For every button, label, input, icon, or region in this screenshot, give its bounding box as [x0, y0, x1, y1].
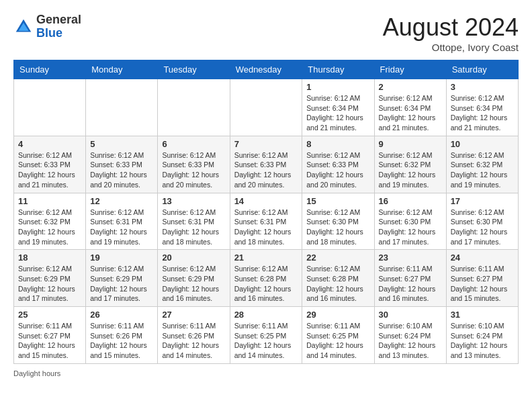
day-info: Sunrise: 6:12 AM Sunset: 6:30 PM Dayligh… [379, 208, 442, 247]
day-info: Sunrise: 6:12 AM Sunset: 6:29 PM Dayligh… [90, 264, 153, 304]
calendar-cell [86, 79, 158, 136]
calendar-cell: 17Sunrise: 6:12 AM Sunset: 6:30 PM Dayli… [446, 193, 518, 250]
day-number: 8 [306, 139, 369, 149]
calendar-cell [230, 79, 302, 136]
day-info: Sunrise: 6:11 AM Sunset: 6:27 PM Dayligh… [18, 321, 81, 361]
logo: General Blue [13, 13, 81, 40]
day-info: Sunrise: 6:12 AM Sunset: 6:28 PM Dayligh… [306, 264, 369, 304]
calendar-cell: 28Sunrise: 6:11 AM Sunset: 6:25 PM Dayli… [230, 307, 302, 364]
day-number: 16 [379, 196, 442, 206]
calendar-cell: 25Sunrise: 6:11 AM Sunset: 6:27 PM Dayli… [14, 307, 86, 364]
location: Ottope, Ivory Coast [383, 42, 519, 53]
calendar-cell: 27Sunrise: 6:11 AM Sunset: 6:26 PM Dayli… [158, 307, 230, 364]
day-info: Sunrise: 6:12 AM Sunset: 6:31 PM Dayligh… [162, 208, 225, 247]
day-info: Sunrise: 6:12 AM Sunset: 6:32 PM Dayligh… [379, 150, 442, 190]
day-info: Sunrise: 6:12 AM Sunset: 6:33 PM Dayligh… [90, 150, 153, 190]
calendar-week-row: 4Sunrise: 6:12 AM Sunset: 6:33 PM Daylig… [14, 136, 519, 193]
day-number: 29 [306, 310, 369, 320]
calendar-week-row: 25Sunrise: 6:11 AM Sunset: 6:27 PM Dayli… [14, 307, 519, 364]
day-info: Sunrise: 6:12 AM Sunset: 6:28 PM Dayligh… [234, 264, 298, 304]
day-info: Sunrise: 6:12 AM Sunset: 6:30 PM Dayligh… [306, 208, 369, 247]
calendar-cell: 30Sunrise: 6:10 AM Sunset: 6:24 PM Dayli… [374, 307, 446, 364]
day-number: 10 [451, 139, 514, 149]
day-info: Sunrise: 6:12 AM Sunset: 6:32 PM Dayligh… [451, 150, 514, 190]
day-number: 12 [90, 196, 153, 206]
day-info: Sunrise: 6:12 AM Sunset: 6:33 PM Dayligh… [306, 150, 369, 190]
calendar-cell: 18Sunrise: 6:12 AM Sunset: 6:29 PM Dayli… [14, 250, 86, 307]
day-number: 27 [162, 310, 225, 320]
day-info: Sunrise: 6:11 AM Sunset: 6:25 PM Dayligh… [234, 321, 298, 361]
calendar-cell: 13Sunrise: 6:12 AM Sunset: 6:31 PM Dayli… [158, 193, 230, 250]
day-info: Sunrise: 6:12 AM Sunset: 6:33 PM Dayligh… [234, 150, 298, 190]
day-number: 19 [90, 253, 153, 263]
day-info: Sunrise: 6:12 AM Sunset: 6:29 PM Dayligh… [162, 264, 225, 304]
footer: Daylight hours [13, 369, 519, 377]
calendar-cell: 5Sunrise: 6:12 AM Sunset: 6:33 PM Daylig… [86, 136, 158, 193]
calendar-day-header: Friday [374, 60, 446, 79]
day-number: 21 [234, 253, 298, 263]
day-info: Sunrise: 6:11 AM Sunset: 6:27 PM Dayligh… [451, 264, 514, 304]
day-info: Sunrise: 6:10 AM Sunset: 6:24 PM Dayligh… [451, 321, 514, 361]
day-number: 31 [451, 310, 514, 320]
day-number: 14 [234, 196, 298, 206]
calendar-cell [14, 79, 86, 136]
day-number: 9 [379, 139, 442, 149]
calendar-cell [158, 79, 230, 136]
day-info: Sunrise: 6:12 AM Sunset: 6:31 PM Dayligh… [90, 208, 153, 247]
title-block: August 2024 Ottope, Ivory Coast [383, 13, 519, 53]
day-number: 24 [451, 253, 514, 263]
day-number: 1 [306, 82, 369, 92]
calendar-cell: 4Sunrise: 6:12 AM Sunset: 6:33 PM Daylig… [14, 136, 86, 193]
calendar-cell: 19Sunrise: 6:12 AM Sunset: 6:29 PM Dayli… [86, 250, 158, 307]
calendar-table: SundayMondayTuesdayWednesdayThursdayFrid… [13, 60, 519, 364]
day-number: 22 [306, 253, 369, 263]
day-number: 5 [90, 139, 153, 149]
calendar-day-header: Saturday [446, 60, 518, 79]
calendar-week-row: 18Sunrise: 6:12 AM Sunset: 6:29 PM Dayli… [14, 250, 519, 307]
day-info: Sunrise: 6:12 AM Sunset: 6:34 PM Dayligh… [306, 93, 369, 133]
calendar-day-header: Sunday [14, 60, 86, 79]
day-number: 3 [451, 82, 514, 92]
calendar-cell: 29Sunrise: 6:11 AM Sunset: 6:25 PM Dayli… [302, 307, 374, 364]
logo-text: General Blue [36, 13, 81, 40]
calendar-cell: 26Sunrise: 6:11 AM Sunset: 6:26 PM Dayli… [86, 307, 158, 364]
day-number: 11 [18, 196, 81, 206]
calendar-cell: 31Sunrise: 6:10 AM Sunset: 6:24 PM Dayli… [446, 307, 518, 364]
calendar-cell: 7Sunrise: 6:12 AM Sunset: 6:33 PM Daylig… [230, 136, 302, 193]
calendar-day-header: Wednesday [230, 60, 302, 79]
calendar-header-row: SundayMondayTuesdayWednesdayThursdayFrid… [14, 60, 519, 79]
calendar-cell: 16Sunrise: 6:12 AM Sunset: 6:30 PM Dayli… [374, 193, 446, 250]
page-header: General Blue August 2024 Ottope, Ivory C… [13, 13, 519, 53]
day-number: 2 [379, 82, 442, 92]
month-year: August 2024 [383, 13, 519, 42]
day-number: 23 [379, 253, 442, 263]
day-info: Sunrise: 6:12 AM Sunset: 6:29 PM Dayligh… [18, 264, 81, 304]
day-number: 18 [18, 253, 81, 263]
day-number: 15 [306, 196, 369, 206]
calendar-cell: 6Sunrise: 6:12 AM Sunset: 6:33 PM Daylig… [158, 136, 230, 193]
calendar-cell: 23Sunrise: 6:11 AM Sunset: 6:27 PM Dayli… [374, 250, 446, 307]
day-info: Sunrise: 6:11 AM Sunset: 6:25 PM Dayligh… [306, 321, 369, 361]
day-number: 7 [234, 139, 298, 149]
calendar-cell: 9Sunrise: 6:12 AM Sunset: 6:32 PM Daylig… [374, 136, 446, 193]
day-info: Sunrise: 6:12 AM Sunset: 6:32 PM Dayligh… [18, 208, 81, 247]
calendar-day-header: Monday [86, 60, 158, 79]
calendar-day-header: Tuesday [158, 60, 230, 79]
day-info: Sunrise: 6:12 AM Sunset: 6:30 PM Dayligh… [451, 208, 514, 247]
calendar-cell: 10Sunrise: 6:12 AM Sunset: 6:32 PM Dayli… [446, 136, 518, 193]
calendar-cell: 22Sunrise: 6:12 AM Sunset: 6:28 PM Dayli… [302, 250, 374, 307]
day-info: Sunrise: 6:12 AM Sunset: 6:33 PM Dayligh… [18, 150, 81, 190]
day-number: 28 [234, 310, 298, 320]
calendar-cell: 8Sunrise: 6:12 AM Sunset: 6:33 PM Daylig… [302, 136, 374, 193]
day-number: 17 [451, 196, 514, 206]
day-number: 26 [90, 310, 153, 320]
day-number: 25 [18, 310, 81, 320]
day-number: 20 [162, 253, 225, 263]
logo-icon [13, 17, 34, 37]
day-info: Sunrise: 6:11 AM Sunset: 6:26 PM Dayligh… [162, 321, 225, 361]
calendar-cell: 12Sunrise: 6:12 AM Sunset: 6:31 PM Dayli… [86, 193, 158, 250]
calendar-day-header: Thursday [302, 60, 374, 79]
calendar-cell: 3Sunrise: 6:12 AM Sunset: 6:34 PM Daylig… [446, 79, 518, 136]
day-info: Sunrise: 6:11 AM Sunset: 6:27 PM Dayligh… [379, 264, 442, 304]
day-info: Sunrise: 6:12 AM Sunset: 6:31 PM Dayligh… [234, 208, 298, 247]
